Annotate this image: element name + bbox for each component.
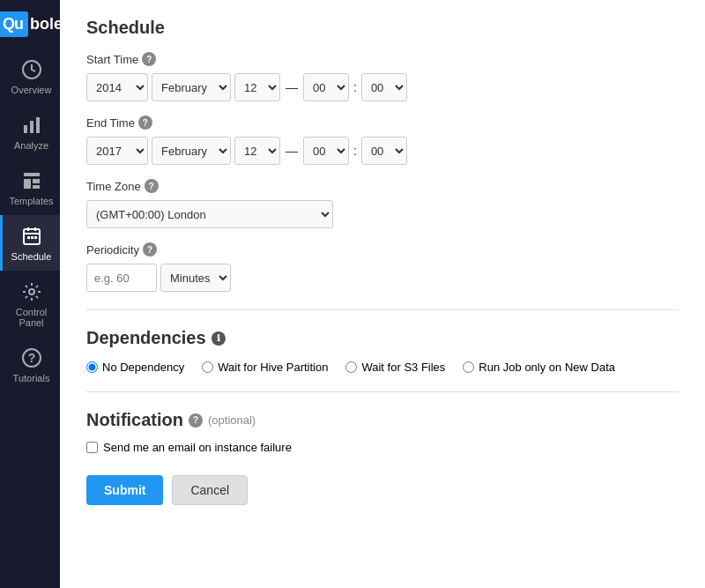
control-panel-icon bbox=[19, 279, 44, 304]
end-dash: — bbox=[284, 144, 300, 158]
submit-button[interactable]: Submit bbox=[86, 475, 163, 505]
schedule-icon bbox=[19, 224, 44, 249]
end-day-select[interactable]: 123456789101112 bbox=[234, 137, 280, 165]
radio-wait-s3-label: Wait for S3 Files bbox=[361, 361, 445, 374]
svg-rect-7 bbox=[33, 185, 40, 189]
svg-rect-5 bbox=[24, 179, 31, 189]
divider-2 bbox=[86, 391, 679, 392]
start-month-select[interactable]: JanuaryFebruaryMarchAprilMayJuneJulyAugu… bbox=[152, 73, 231, 101]
start-hour-select[interactable]: 00010203 bbox=[303, 73, 349, 101]
overview-icon bbox=[19, 57, 44, 82]
radio-no-dependency-label: No Dependency bbox=[102, 361, 184, 374]
end-time-help-icon[interactable]: ? bbox=[138, 115, 152, 130]
svg-rect-14 bbox=[34, 236, 37, 239]
sidebar-item-schedule[interactable]: Schedule bbox=[0, 215, 60, 271]
dependencies-radio-group: No Dependency Wait for Hive Partition Wa… bbox=[86, 361, 679, 374]
dependencies-title: Dependencies bbox=[86, 328, 206, 348]
radio-new-data-label: Run Job only on New Data bbox=[479, 361, 615, 374]
start-colon: : bbox=[352, 80, 358, 94]
start-time-controls: 2014201520162017 JanuaryFebruaryMarchApr… bbox=[86, 73, 679, 101]
radio-wait-hive[interactable]: Wait for Hive Partition bbox=[202, 361, 328, 374]
radio-no-dependency-input[interactable] bbox=[86, 361, 98, 373]
cancel-button[interactable]: Cancel bbox=[172, 475, 248, 505]
sidebar-templates-label: Templates bbox=[9, 196, 53, 206]
end-colon: : bbox=[352, 144, 358, 158]
end-time-label: End Time bbox=[86, 116, 135, 130]
periodicity-help-icon[interactable]: ? bbox=[143, 242, 157, 257]
dependencies-info-icon[interactable]: ℹ bbox=[212, 331, 226, 346]
periodicity-unit-select[interactable]: Minutes Hours Days Weeks Months bbox=[160, 264, 231, 292]
email-checkbox-item[interactable]: Send me an email on instance failure bbox=[86, 441, 679, 454]
tutorials-icon: ? bbox=[19, 346, 44, 370]
periodicity-label-row: Periodicity ? bbox=[86, 242, 679, 257]
email-checkbox-label: Send me an email on instance failure bbox=[103, 441, 292, 454]
end-hour-select[interactable]: 00010203 bbox=[303, 137, 349, 165]
sidebar-item-control-panel[interactable]: Control Panel bbox=[0, 271, 60, 337]
svg-rect-1 bbox=[24, 125, 27, 133]
svg-rect-4 bbox=[24, 173, 40, 176]
timezone-select[interactable]: (GMT+00:00) London (GMT-05:00) Eastern (… bbox=[86, 200, 333, 228]
timezone-label: Time Zone bbox=[86, 180, 141, 193]
sidebar-item-templates[interactable]: Templates bbox=[0, 160, 60, 215]
end-year-select[interactable]: 2014201520162017 bbox=[86, 137, 148, 165]
periodicity-controls: Minutes Hours Days Weeks Months bbox=[86, 264, 679, 292]
svg-rect-13 bbox=[31, 236, 33, 239]
radio-new-data-input[interactable] bbox=[463, 361, 474, 373]
main-content: Schedule Start Time ? 2014201520162017 J… bbox=[60, 0, 705, 588]
svg-text:?: ? bbox=[27, 351, 35, 365]
sidebar-schedule-label: Schedule bbox=[11, 251, 52, 262]
radio-wait-hive-input[interactable] bbox=[202, 361, 213, 373]
sidebar-overview-label: Overview bbox=[11, 85, 52, 95]
sidebar-item-overview[interactable]: Overview bbox=[0, 48, 60, 104]
button-row: Submit Cancel bbox=[86, 475, 679, 505]
sidebar: Qu bole Overview Analyze Templates Sched… bbox=[0, 0, 60, 588]
notification-title-row: Notification ? (optional) bbox=[86, 410, 679, 430]
start-time-help-icon[interactable]: ? bbox=[142, 52, 156, 66]
start-dash: — bbox=[284, 80, 300, 94]
templates-icon bbox=[19, 168, 44, 193]
svg-point-15 bbox=[29, 289, 34, 294]
email-checkbox[interactable] bbox=[86, 442, 98, 453]
radio-wait-hive-label: Wait for Hive Partition bbox=[218, 361, 328, 374]
logo: Qu bole bbox=[0, 0, 60, 48]
start-year-select[interactable]: 2014201520162017 bbox=[86, 73, 148, 101]
end-time-controls: 2014201520162017 JanuaryFebruaryMarchApr… bbox=[86, 137, 679, 165]
start-day-select[interactable]: 123456789101112 bbox=[234, 73, 280, 101]
radio-wait-s3-input[interactable] bbox=[345, 361, 357, 373]
logo-qu: Qu bbox=[0, 11, 28, 37]
sidebar-analyze-label: Analyze bbox=[14, 140, 48, 151]
sidebar-tutorials-label: Tutorials bbox=[13, 373, 50, 383]
sidebar-item-tutorials[interactable]: ? Tutorials bbox=[0, 337, 60, 392]
start-time-label: Start Time bbox=[86, 53, 138, 66]
end-time-label-row: End Time ? bbox=[86, 115, 679, 130]
svg-rect-6 bbox=[33, 179, 40, 183]
notification-help-icon[interactable]: ? bbox=[189, 413, 203, 428]
timezone-help-icon[interactable]: ? bbox=[145, 179, 159, 193]
notification-optional: (optional) bbox=[208, 413, 256, 427]
sidebar-item-analyze[interactable]: Analyze bbox=[0, 104, 60, 160]
svg-rect-2 bbox=[30, 121, 33, 133]
svg-rect-3 bbox=[36, 117, 40, 133]
periodicity-input[interactable] bbox=[86, 264, 157, 292]
dependencies-title-row: Dependencies ℹ bbox=[86, 328, 679, 348]
end-min-select[interactable]: 00153045 bbox=[361, 137, 407, 165]
logo-bole: bole bbox=[30, 15, 63, 33]
schedule-title: Schedule bbox=[86, 18, 679, 38]
sidebar-control-panel-label: Control Panel bbox=[6, 307, 56, 328]
start-min-select[interactable]: 00153045 bbox=[361, 73, 407, 101]
start-time-label-row: Start Time ? bbox=[86, 52, 679, 66]
radio-wait-s3[interactable]: Wait for S3 Files bbox=[345, 361, 445, 374]
timezone-label-row: Time Zone ? bbox=[86, 179, 679, 193]
svg-rect-12 bbox=[27, 236, 30, 239]
end-month-select[interactable]: JanuaryFebruaryMarchAprilMayJuneJulyAugu… bbox=[152, 137, 231, 165]
radio-new-data[interactable]: Run Job only on New Data bbox=[463, 361, 615, 374]
radio-no-dependency[interactable]: No Dependency bbox=[86, 361, 184, 374]
periodicity-label: Periodicity bbox=[86, 243, 139, 257]
divider-1 bbox=[86, 309, 679, 310]
notification-title: Notification bbox=[86, 410, 183, 430]
analyze-icon bbox=[19, 113, 44, 138]
